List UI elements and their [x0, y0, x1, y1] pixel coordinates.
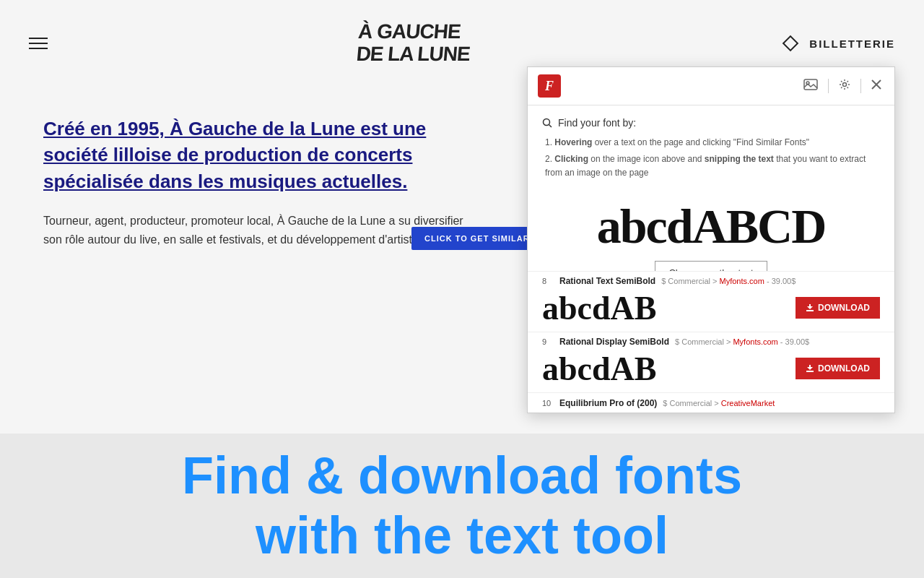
- promo-text: Find & download fonts with the text tool: [182, 446, 742, 566]
- svg-rect-1: [804, 79, 817, 90]
- svg-rect-0: [783, 36, 798, 51]
- search-icon: [542, 118, 552, 128]
- font-preview-area: abcdABCD Choose another text: [542, 184, 880, 271]
- result-name-10: Equilibrium Pro of (200): [559, 398, 657, 408]
- result-meta-8: $ Commercial > Myfonts.com - 39.00$: [661, 277, 796, 285]
- result-name-8: Rational Text SemiBold: [559, 276, 655, 286]
- result-meta-10: $ Commercial > CreativeMarket: [663, 399, 775, 407]
- result-meta-9: $ Commercial > Myfonts.com - 39.00$: [675, 337, 809, 346]
- svg-rect-9: [806, 371, 814, 372]
- svg-point-6: [544, 119, 550, 126]
- download-button-9[interactable]: DOWNLOAD: [796, 358, 880, 379]
- site-nav-right: BILLETTERIE: [780, 33, 895, 53]
- svg-rect-8: [806, 310, 814, 311]
- site-heading: Créé en 1995, À Gauche de la Lune est un…: [43, 116, 484, 194]
- result-name-9: Rational Display SemiBold: [559, 337, 669, 347]
- instruction-1: 1. Hovering over a text on the page and …: [545, 136, 880, 150]
- image-icon-button[interactable]: [801, 76, 821, 96]
- panel-body: Find your font by: 1. Hovering over a te…: [528, 105, 894, 271]
- font-result-10: 10 Equilibrium Pro of (200) $ Commercial…: [528, 392, 894, 413]
- result-preview-8: abcdAB: [542, 289, 656, 327]
- download-icon-8: [806, 303, 814, 312]
- settings-icon-button[interactable]: [836, 76, 853, 96]
- result-number-10: 10: [542, 399, 554, 407]
- download-button-8[interactable]: DOWNLOAD: [796, 297, 880, 319]
- result-preview-9: abcdAB: [542, 350, 656, 388]
- svg-line-7: [549, 125, 552, 128]
- result-number-8: 8: [542, 277, 554, 285]
- font-result-8: 8 Rational Text SemiBold $ Commercial > …: [528, 271, 894, 332]
- close-icon-button[interactable]: [868, 77, 884, 95]
- promo-section: Find & download fonts with the text tool: [0, 434, 924, 578]
- instruction-2: 2. Clicking on the image icon above and …: [545, 152, 880, 180]
- site-logo: À GAUCHE DE LA LUNE: [355, 21, 472, 66]
- svg-point-3: [843, 83, 847, 87]
- hamburger-menu[interactable]: [29, 38, 48, 49]
- panel-header: F: [528, 67, 894, 105]
- font-result-9: 9 Rational Display SemiBold $ Commercial…: [528, 332, 894, 392]
- font-finder-panel: F: [527, 66, 895, 413]
- billetterie-label: BILLETTERIE: [809, 38, 895, 50]
- fontface-ninja-logo: F: [538, 74, 561, 98]
- find-font-heading: Find your font by:: [542, 117, 880, 129]
- result-number-9: 9: [542, 337, 554, 346]
- preview-text: abcdABCD: [542, 198, 880, 255]
- diamond-icon: [780, 33, 801, 53]
- choose-another-text-button[interactable]: Choose another text: [655, 261, 767, 271]
- font-instructions: 1. Hovering over a text on the page and …: [545, 136, 880, 181]
- download-icon-9: [806, 364, 814, 373]
- font-results-container: 8 Rational Text SemiBold $ Commercial > …: [528, 271, 894, 413]
